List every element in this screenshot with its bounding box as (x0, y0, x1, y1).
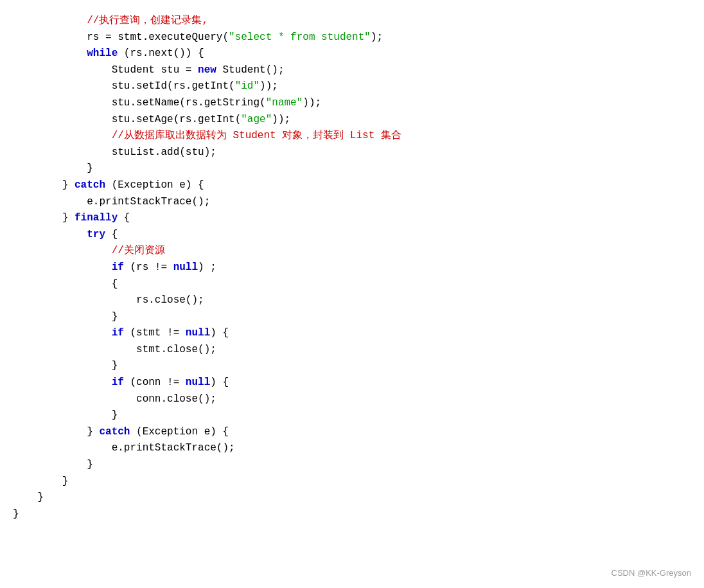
code-line-4: Student stu = new Student(); (13, 62, 691, 79)
code-line-16: if (rs != null) ; (13, 260, 691, 276)
watermark: CSDN @KK-Greyson (612, 567, 691, 580)
code-line-1: //执行查询，创建记录集, (13, 13, 691, 30)
code-line-14: try { (13, 227, 691, 244)
code-line-9: stuList.add(stu); (13, 145, 691, 161)
code-line-23: if (conn != null) { (13, 375, 691, 391)
code-line-26: } catch (Exception e) { (13, 424, 691, 441)
code-line-29: } (13, 474, 691, 490)
code-line-30: } (13, 490, 691, 506)
code-line-8: //从数据库取出数据转为 Student 对象，封装到 List 集合 (13, 128, 691, 145)
code-line-21: stmt.close(); (13, 342, 691, 359)
code-line-13: } finally { (13, 210, 691, 227)
code-line-22: } (13, 358, 691, 375)
code-line-12: e.printStackTrace(); (13, 194, 691, 211)
code-line-17: { (13, 276, 691, 293)
code-line-18: rs.close(); (13, 292, 691, 309)
code-line-27: e.printStackTrace(); (13, 440, 691, 457)
code-line-10: } (13, 161, 691, 177)
code-line-5: stu.setId(rs.getInt("id")); (13, 78, 691, 95)
code-line-6: stu.setName(rs.getString("name")); (13, 95, 691, 112)
code-line-19: } (13, 309, 691, 326)
code-line-20: if (stmt != null) { (13, 325, 691, 342)
code-line-15: //关闭资源 (13, 243, 691, 260)
code-line-2: rs = stmt.executeQuery("select * from st… (13, 30, 691, 46)
code-line-7: stu.setAge(rs.getInt("age")); (13, 112, 691, 129)
code-line-11: } catch (Exception e) { (13, 177, 691, 194)
code-line-25: } (13, 407, 691, 424)
code-line-28: } (13, 457, 691, 474)
code-line-31: } (13, 506, 691, 523)
code-line-24: conn.close(); (13, 391, 691, 408)
code-line-3: while (rs.next()) { (13, 46, 691, 62)
code-container: //执行查询，创建记录集, rs = stmt.executeQuery("se… (13, 6, 691, 529)
